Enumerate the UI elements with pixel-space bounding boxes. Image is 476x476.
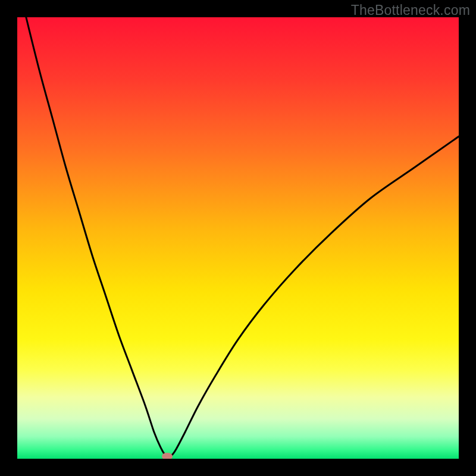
- chart-curve: [17, 17, 459, 459]
- chart-frame: TheBottleneck.com: [0, 0, 476, 476]
- watermark-text: TheBottleneck.com: [351, 2, 470, 18]
- chart-marker-dot: [162, 453, 173, 459]
- chart-plot-area: [17, 17, 459, 459]
